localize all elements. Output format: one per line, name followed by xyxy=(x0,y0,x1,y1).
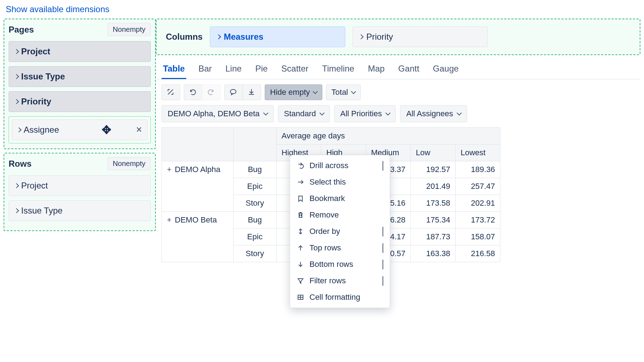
col-lowest[interactable]: Lowest xyxy=(456,145,500,161)
move-cursor-icon: ✥ xyxy=(102,123,111,137)
type-cell[interactable]: Epic xyxy=(234,229,277,245)
table-corner xyxy=(234,128,277,161)
pages-item-label: Project xyxy=(21,47,50,57)
toolbar: Hide empty Total xyxy=(156,79,640,105)
type-cell[interactable]: Bug xyxy=(234,161,277,178)
col-low[interactable]: Low xyxy=(411,145,456,161)
redo-button xyxy=(202,84,221,100)
plus-toggle-icon[interactable]: + xyxy=(167,215,173,225)
ctx-item-select-this[interactable]: Select this xyxy=(290,174,390,190)
value-cell[interactable]: 201.49 xyxy=(411,178,456,195)
columns-panel: Columns Measures Priority xyxy=(156,19,640,55)
rows-nonempty-button[interactable]: Nonempty xyxy=(107,157,151,170)
rows-item-label: Issue Type xyxy=(21,206,63,216)
rows-panel: Rows Nonempty Project Issue Type xyxy=(4,153,156,231)
ctx-item-cell-formatting[interactable]: Cell formatting xyxy=(290,289,390,305)
filter-label: DEMO Alpha, DEMO Beta xyxy=(168,109,260,118)
plus-toggle-icon[interactable]: + xyxy=(167,165,173,174)
columns-priority-pill[interactable]: Priority xyxy=(352,26,488,47)
chevron-down-icon xyxy=(351,89,356,94)
value-cell[interactable]: 189.36 xyxy=(456,161,500,178)
total-button[interactable]: Total xyxy=(326,84,360,100)
comment-icon xyxy=(230,88,237,96)
columns-measures-pill[interactable]: Measures xyxy=(210,26,345,47)
filter-icon xyxy=(297,277,304,284)
show-dimensions-link[interactable]: Show available dimensions xyxy=(0,0,115,19)
undo-icon xyxy=(189,88,197,96)
chevron-right-icon xyxy=(383,243,383,253)
group-cell[interactable]: +DEMO Alpha xyxy=(162,161,234,212)
value-cell[interactable]: 216.58 xyxy=(456,245,500,262)
ctx-item-label: Order by xyxy=(309,227,340,236)
hide-empty-button[interactable]: Hide empty xyxy=(265,84,322,100)
expand-button[interactable] xyxy=(162,84,180,100)
pages-item-project[interactable]: Project xyxy=(9,41,151,62)
pages-panel: Pages Nonempty Project Issue Type Priori… xyxy=(4,19,156,149)
bottom-icon xyxy=(297,261,304,268)
type-cell[interactable]: Epic xyxy=(234,178,277,195)
tab-gauge[interactable]: Gauge xyxy=(432,62,460,79)
context-menu: Drill acrossSelect thisBookmarkRemoveOrd… xyxy=(290,155,390,308)
pages-item-label: Assignee xyxy=(24,125,59,135)
tab-scatter[interactable]: Scatter xyxy=(280,62,310,79)
ctx-item-drill-across[interactable]: Drill across xyxy=(290,157,390,174)
pages-item-issue-type[interactable]: Issue Type xyxy=(9,66,151,87)
ctx-item-label: Cell formatting xyxy=(309,293,360,302)
comment-button[interactable] xyxy=(224,84,242,100)
chevron-right-icon xyxy=(359,34,364,39)
value-cell[interactable]: 187.73 xyxy=(411,229,456,245)
chevron-right-icon xyxy=(14,208,19,213)
filter-label: All Assignees xyxy=(406,109,453,118)
pages-drop-target[interactable]: Assignee ✥ ✕ xyxy=(9,116,151,143)
tab-bar[interactable]: Bar xyxy=(197,62,213,79)
ctx-item-bottom-rows[interactable]: Bottom rows xyxy=(290,256,390,273)
redo-icon xyxy=(207,88,215,96)
ctx-item-remove[interactable]: Remove xyxy=(290,207,390,223)
rows-item-project[interactable]: Project xyxy=(9,175,151,196)
type-cell[interactable]: Story xyxy=(234,245,277,262)
ctx-item-bookmark[interactable]: Bookmark xyxy=(290,190,390,207)
filter-priorities[interactable]: All Priorities xyxy=(334,105,396,122)
ctx-item-filter-rows[interactable]: Filter rows xyxy=(290,273,390,289)
tab-line[interactable]: Line xyxy=(224,62,243,79)
undo-button[interactable] xyxy=(184,84,202,100)
value-cell[interactable]: 163.38 xyxy=(411,245,456,262)
tab-pie[interactable]: Pie xyxy=(254,62,269,79)
value-cell[interactable]: 173.72 xyxy=(456,212,500,229)
value-cell[interactable]: 175.34 xyxy=(411,212,456,229)
chevron-right-icon xyxy=(383,276,383,285)
ctx-item-order-by[interactable]: Order by xyxy=(290,223,390,240)
chevron-right-icon xyxy=(14,49,19,54)
rows-item-issue-type[interactable]: Issue Type xyxy=(9,200,151,221)
group-cell[interactable]: +DEMO Beta xyxy=(162,212,234,262)
tab-timeline[interactable]: Timeline xyxy=(321,62,356,79)
close-icon[interactable]: ✕ xyxy=(136,125,142,134)
tab-gantt[interactable]: Gantt xyxy=(397,62,421,79)
ctx-item-top-rows[interactable]: Top rows xyxy=(290,240,390,256)
pages-item-assignee[interactable]: Assignee ✥ ✕ xyxy=(12,119,148,140)
filter-assignees[interactable]: All Assignees xyxy=(400,105,467,122)
type-cell[interactable]: Story xyxy=(234,195,277,212)
pages-item-label: Priority xyxy=(21,97,51,107)
filter-projects[interactable]: DEMO Alpha, DEMO Beta xyxy=(162,105,274,122)
cell-icon xyxy=(297,294,304,301)
filter-label: Standard xyxy=(284,109,316,118)
type-cell[interactable]: Bug xyxy=(234,212,277,229)
value-cell[interactable]: 202.91 xyxy=(456,195,500,212)
value-cell[interactable]: 257.47 xyxy=(456,178,500,195)
expand-icon xyxy=(167,88,175,96)
rows-title: Rows xyxy=(9,159,32,169)
tab-map[interactable]: Map xyxy=(366,62,386,79)
columns-title: Columns xyxy=(166,32,203,42)
pages-nonempty-button[interactable]: Nonempty xyxy=(107,23,151,36)
value-cell[interactable]: 173.58 xyxy=(411,195,456,212)
value-cell[interactable]: 158.07 xyxy=(456,229,500,245)
pages-item-priority[interactable]: Priority xyxy=(9,91,151,112)
ctx-item-label: Filter rows xyxy=(309,276,346,285)
table-group-header: Average age days xyxy=(277,128,500,145)
chevron-right-icon xyxy=(16,127,21,132)
filter-standard[interactable]: Standard xyxy=(278,105,330,122)
download-button[interactable] xyxy=(242,84,261,100)
tab-table[interactable]: Table xyxy=(162,62,186,79)
value-cell[interactable]: 192.57 xyxy=(411,161,456,178)
